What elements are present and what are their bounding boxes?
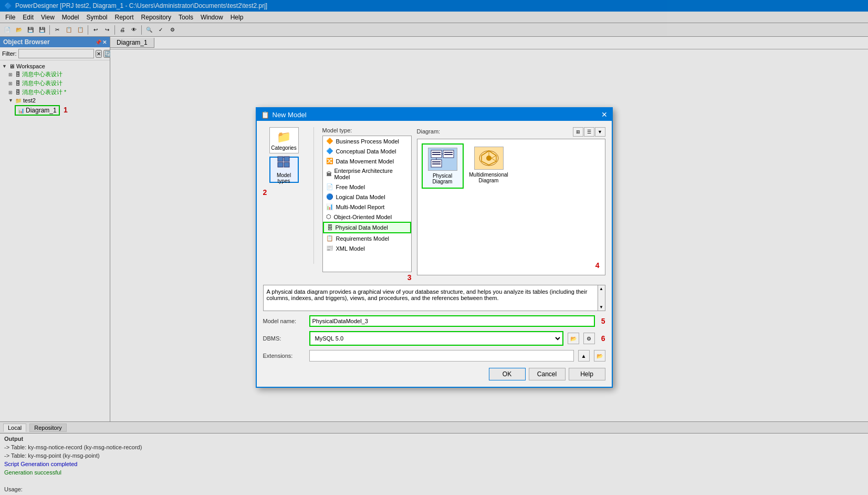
dmm-label: Data Movement Model	[336, 158, 394, 164]
view-toggle: ⊞ ☰ ▼	[573, 127, 605, 137]
diagram-header: Diagram: ⊞ ☰ ▼	[417, 127, 605, 138]
diagram-multidimensional[interactable]: Multidimensional Diagram	[468, 143, 510, 189]
model-types-label: Model types	[270, 172, 298, 184]
dialog-title-icon: 📋	[261, 111, 269, 119]
badge-3: 3	[407, 273, 412, 282]
mmr-icon: 📊	[326, 203, 333, 210]
extensions-input[interactable]	[309, 350, 574, 362]
view-list-button[interactable]: ☰	[584, 127, 594, 137]
badge-6: 6	[601, 334, 605, 343]
view-grid-button[interactable]: ⊞	[573, 127, 583, 137]
model-type-free[interactable]: 📄 Free Model	[323, 182, 411, 192]
extensions-up-button[interactable]: ▲	[578, 350, 590, 362]
extensions-browse-button[interactable]: 📂	[594, 350, 605, 362]
diagram-area: Physical Diagram	[417, 139, 605, 275]
model-name-label: Model name:	[263, 318, 305, 324]
model-type-oop[interactable]: ⬡ Object-Oriented Model	[323, 212, 411, 222]
multidim-diagram-label: Multidimensional Diagram	[469, 172, 508, 183]
eam-icon: 🏛	[326, 171, 332, 177]
description-scrollbar[interactable]: ▲ ▼	[598, 285, 605, 311]
dmm-icon: 🔀	[326, 158, 333, 164]
dialog-title-bar: 📋 New Model ✕	[257, 108, 612, 121]
model-type-xml[interactable]: 📰 XML Model	[323, 243, 411, 253]
view-dropdown-button[interactable]: ▼	[595, 127, 605, 137]
model-types-button[interactable]: Model types	[269, 157, 299, 183]
oom-label: Object-Oriented Model	[334, 214, 392, 220]
dialog-body: 📁 Categories	[257, 121, 612, 387]
model-name-input[interactable]	[309, 315, 595, 327]
free-label: Free Model	[336, 184, 365, 190]
diagram-panel: Diagram: ⊞ ☰ ▼	[417, 127, 605, 282]
multidim-diagram-thumb	[474, 147, 504, 170]
eam-label: Enterprise Architecture Model	[334, 168, 408, 180]
rem-label: Requirements Model	[336, 235, 390, 242]
svg-rect-1	[284, 157, 289, 161]
xml-icon: 📰	[326, 245, 333, 252]
svg-rect-11	[432, 161, 441, 162]
diagram-physical[interactable]: Physical Diagram	[422, 143, 464, 189]
categories-label: Categories	[271, 145, 296, 151]
scroll-down[interactable]: ▼	[598, 304, 605, 311]
ldm-label: Logical Data Model	[336, 194, 385, 200]
cdm-icon: 🔷	[326, 148, 333, 154]
svg-rect-12	[432, 163, 441, 164]
description-text: A physical data diagram provides a graph…	[267, 288, 602, 301]
help-button[interactable]: Help	[569, 368, 605, 380]
svg-rect-3	[284, 162, 289, 167]
pdm-label: Physical Data Model	[336, 224, 388, 231]
model-type-enterprise[interactable]: 🏛 Enterprise Architecture Model	[323, 166, 411, 182]
dbms-label: DBMS:	[263, 335, 305, 342]
ok-button[interactable]: OK	[489, 368, 526, 380]
dialog-top-section: 📁 Categories	[263, 127, 605, 282]
model-type-panel: Model type: 🔶 Business Process Model 🔷 C…	[322, 127, 412, 282]
model-type-conceptual[interactable]: 🔷 Conceptual Data Model	[323, 146, 411, 156]
description-area: A physical data diagram provides a graph…	[263, 285, 605, 311]
badge-2: 2	[263, 188, 267, 197]
model-type-logical[interactable]: 🔵 Logical Data Model	[323, 192, 411, 202]
divider	[313, 127, 314, 264]
new-model-dialog: 📋 New Model ✕ 📁 Categories	[256, 107, 613, 388]
extensions-label: Extensions:	[263, 353, 305, 359]
dialog-close-button[interactable]: ✕	[601, 110, 608, 119]
svg-rect-8	[444, 152, 453, 153]
model-type-label-text: Model type:	[322, 127, 412, 133]
oom-icon: ⬡	[326, 213, 331, 220]
badge-5: 5	[601, 317, 605, 325]
xml-label: XML Model	[336, 245, 365, 252]
model-type-physical[interactable]: 🗄 Physical Data Model	[323, 222, 411, 233]
free-icon: 📄	[326, 183, 333, 190]
categories-button[interactable]: 📁 Categories	[269, 127, 299, 153]
dialog-overlay: 📋 New Model ✕ 📁 Categories	[0, 0, 868, 495]
model-type-requirements[interactable]: 📋 Requirements Model	[323, 233, 411, 243]
cancel-button[interactable]: Cancel	[529, 368, 566, 380]
extensions-row: Extensions: ▲ 📂	[263, 350, 605, 362]
physical-diagram-thumb	[428, 148, 457, 171]
bpm-label: Business Process Model	[336, 138, 399, 145]
dbms-browse-button[interactable]: 📂	[568, 333, 579, 344]
svg-rect-9	[444, 154, 453, 155]
svg-rect-0	[278, 157, 283, 161]
ldm-icon: 🔵	[326, 193, 333, 200]
dbms-properties-button[interactable]: ⚙	[583, 333, 595, 344]
categories-icon: 📁	[277, 130, 291, 144]
badge-4: 4	[595, 261, 600, 270]
left-icon-panel: 📁 Categories	[263, 127, 305, 282]
bpm-icon: 🔶	[326, 138, 333, 145]
model-type-data-movement[interactable]: 🔀 Data Movement Model	[323, 156, 411, 166]
model-type-business-process[interactable]: 🔶 Business Process Model	[323, 136, 411, 146]
scroll-up[interactable]: ▲	[598, 285, 605, 292]
dialog-footer: OK Cancel Help	[263, 368, 605, 380]
dbms-field-wrapper: MySQL 5.0	[309, 331, 563, 346]
dbms-select[interactable]: MySQL 5.0	[311, 333, 562, 344]
svg-rect-5	[432, 152, 441, 153]
dialog-title-text: New Model	[273, 111, 307, 119]
svg-rect-2	[278, 162, 283, 167]
pdm-icon: 🗄	[327, 224, 333, 231]
model-type-list[interactable]: 🔶 Business Process Model 🔷 Conceptual Da…	[322, 136, 412, 272]
svg-point-17	[486, 156, 491, 161]
dialog-title-content: 📋 New Model	[261, 111, 307, 119]
diagram-label-text: Diagram:	[417, 128, 441, 135]
model-types-icon	[277, 156, 291, 171]
mmr-label: Multi-Model Report	[336, 204, 385, 210]
model-type-multi-model[interactable]: 📊 Multi-Model Report	[323, 202, 411, 212]
